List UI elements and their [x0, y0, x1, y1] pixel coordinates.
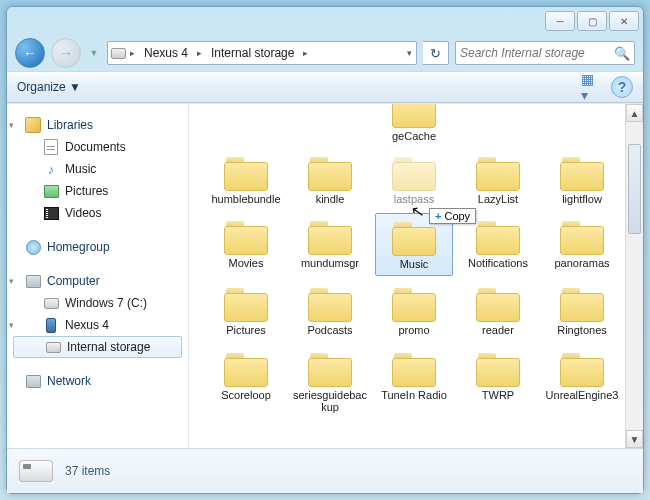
document-icon: [44, 139, 58, 155]
folder-item[interactable]: Podcasts: [291, 280, 369, 341]
folder-item[interactable]: Scoreloop: [207, 345, 285, 418]
scrollbar[interactable]: ▲ ▼: [625, 104, 643, 448]
sidebar-pictures[interactable]: Pictures: [11, 180, 184, 202]
view-button[interactable]: ▦ ▾: [581, 76, 603, 98]
organize-button[interactable]: Organize ▼: [17, 80, 81, 94]
collapse-icon[interactable]: ▾: [9, 320, 14, 330]
sidebar-nexus4[interactable]: ▾Nexus 4: [11, 314, 184, 336]
scroll-thumb[interactable]: [628, 144, 641, 234]
folder-icon: [390, 218, 438, 258]
folder-icon: [558, 349, 606, 389]
folder-icon: [558, 217, 606, 257]
folder-item[interactable]: reader: [459, 280, 537, 341]
folder-item[interactable]: lastpass: [375, 149, 453, 210]
folder-item[interactable]: UnrealEngine3: [543, 345, 621, 418]
sidebar-network[interactable]: Network: [11, 370, 184, 392]
folder-grid: humblebundle kindle lastpass LazyList li…: [207, 149, 621, 418]
breadcrumb-device[interactable]: Nexus 4: [139, 44, 193, 62]
toolbar: Organize ▼ ▦ ▾ ?: [7, 71, 643, 103]
folder-item[interactable]: TuneIn Radio: [375, 345, 453, 418]
sidebar-internal-storage[interactable]: Internal storage: [13, 336, 182, 358]
folder-icon: [306, 217, 354, 257]
forward-button[interactable]: →: [51, 38, 81, 68]
chevron-right-icon[interactable]: ▸: [195, 48, 204, 58]
folder-item[interactable]: Movies: [207, 213, 285, 276]
pictures-icon: [44, 185, 59, 198]
sidebar-videos[interactable]: Videos: [11, 202, 184, 224]
folder-icon: [474, 217, 522, 257]
back-button[interactable]: ←: [15, 38, 45, 68]
folder-icon: [390, 349, 438, 389]
search-box[interactable]: 🔍: [455, 41, 635, 65]
titlebar: ─ ▢ ✕: [7, 7, 643, 35]
folder-item[interactable]: Ringtones: [543, 280, 621, 341]
folder-icon: [474, 284, 522, 324]
scroll-down-button[interactable]: ▼: [626, 430, 643, 448]
sidebar-music[interactable]: ♪Music: [11, 158, 184, 180]
folder-icon: [222, 349, 270, 389]
address-dropdown[interactable]: ▾: [405, 48, 414, 58]
scroll-up-button[interactable]: ▲: [626, 104, 643, 122]
sidebar-homegroup[interactable]: Homegroup: [11, 236, 184, 258]
folder-icon: [474, 153, 522, 193]
storage-icon: [46, 342, 61, 353]
history-dropdown[interactable]: ▼: [87, 43, 101, 63]
folder-item[interactable]: seriesguidebackup: [291, 345, 369, 418]
drive-icon: [44, 298, 59, 309]
phone-icon: [46, 318, 56, 333]
folder-item[interactable]: humblebundle: [207, 149, 285, 210]
sidebar-drive-c[interactable]: Windows 7 (C:): [11, 292, 184, 314]
status-bar: 37 items: [7, 448, 643, 493]
search-icon: 🔍: [614, 46, 630, 61]
folder-item[interactable]: mundumsgr: [291, 213, 369, 276]
homegroup-icon: [26, 240, 41, 255]
computer-icon: [26, 275, 41, 288]
folder-item[interactable]: LazyList: [459, 149, 537, 210]
videos-icon: [44, 207, 59, 220]
content-area[interactable]: geCache humblebundle kindle lastpass Laz…: [189, 104, 625, 448]
close-button[interactable]: ✕: [609, 11, 639, 31]
help-button[interactable]: ?: [611, 76, 633, 98]
chevron-right-icon[interactable]: ▸: [128, 48, 137, 58]
folder-icon: [306, 284, 354, 324]
folder-icon: [390, 284, 438, 324]
nav-bar: ← → ▼ ▸ Nexus 4 ▸ Internal storage ▸ ▾ ↻…: [7, 35, 643, 71]
collapse-icon[interactable]: ▾: [9, 276, 14, 286]
folder-item[interactable]: TWRP: [459, 345, 537, 418]
explorer-window: ─ ▢ ✕ ← → ▼ ▸ Nexus 4 ▸ Internal storage…: [6, 6, 644, 494]
collapse-icon[interactable]: ▾: [9, 120, 14, 130]
music-icon: ♪: [43, 161, 59, 177]
sidebar-documents[interactable]: Documents: [11, 136, 184, 158]
folder-icon: [474, 349, 522, 389]
minimize-button[interactable]: ─: [545, 11, 575, 31]
folder-icon: [390, 104, 438, 130]
folder-item[interactable]: lightflow: [543, 149, 621, 210]
sidebar: ▾Libraries Documents ♪Music Pictures Vid…: [7, 104, 189, 448]
folder-icon: [558, 153, 606, 193]
search-input[interactable]: [460, 46, 614, 60]
network-icon: [26, 375, 41, 388]
folder-icon: [306, 153, 354, 193]
address-bar[interactable]: ▸ Nexus 4 ▸ Internal storage ▸ ▾: [107, 41, 417, 65]
refresh-button[interactable]: ↻: [423, 41, 449, 65]
folder-item[interactable]: kindle: [291, 149, 369, 210]
sidebar-computer[interactable]: ▾Computer: [11, 270, 184, 292]
folder-item[interactable]: panoramas: [543, 213, 621, 276]
breadcrumb-location[interactable]: Internal storage: [206, 44, 299, 62]
drive-icon: [19, 460, 53, 482]
copy-tooltip: +Copy: [429, 208, 476, 224]
folder-icon: [306, 349, 354, 389]
chevron-right-icon[interactable]: ▸: [301, 48, 310, 58]
folder-icon: [222, 284, 270, 324]
libraries-icon: [25, 117, 41, 133]
folder-icon: [558, 284, 606, 324]
sidebar-libraries[interactable]: ▾Libraries: [11, 114, 184, 136]
maximize-button[interactable]: ▢: [577, 11, 607, 31]
folder-item[interactable]: promo: [375, 280, 453, 341]
drive-icon: [110, 45, 126, 61]
folder-icon: [390, 153, 438, 193]
folder-item[interactable]: Pictures: [207, 280, 285, 341]
plus-icon: +: [435, 210, 441, 222]
item-count: 37 items: [65, 464, 110, 478]
folder-item[interactable]: geCache: [388, 104, 440, 147]
